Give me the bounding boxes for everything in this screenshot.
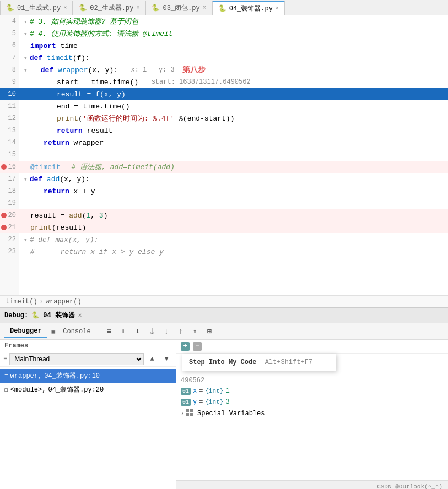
code-line-5: ▾ # 4. 使用装饰器的方式: 语法糖 @timeit [19, 28, 448, 40]
console-icon: ▣ [52, 328, 56, 335]
special-vars-label: Special Variables [197, 410, 265, 417]
btn-step-up[interactable]: ⬆ [117, 325, 129, 338]
close-tab-3[interactable]: × [203, 5, 206, 11]
tab-label-2: 02_生成器.py [90, 3, 133, 13]
debug-toolbar-icons: ≡ ⬆ ⬇ ⤓ ↓ ↑ ⇑ ⊞ [103, 325, 215, 338]
kw-import: import [30, 42, 56, 50]
line-num-21: 21 [0, 221, 19, 233]
btn-menu[interactable]: ≡ [103, 325, 115, 338]
line-num-19: 19 [0, 197, 19, 209]
vars-content: Step Into My Code Alt+Shift+F7 490562 01… [176, 354, 448, 480]
tab-console[interactable]: Console [57, 325, 96, 338]
line-num-10: 10 [0, 88, 19, 100]
close-debug-session[interactable]: × [78, 312, 82, 319]
frame-module[interactable]: ◻ <module>, 04_装饰器.py:20 [0, 383, 176, 396]
variables-panel: + − Step Into My Code Alt+Shift+F7 49056… [176, 340, 448, 489]
code-line-20: result = add ( 1 , 3 ) [19, 209, 448, 221]
btn-step-out[interactable]: ↑ [175, 325, 187, 338]
tab-label-1: 01_生成式.py [17, 3, 61, 13]
line-numbers: 4 5 6 7 8 9 10 11 12 13 14 15 16 17 18 1… [0, 15, 19, 295]
tab-console-label: Console [63, 328, 90, 335]
btn-step-cursor[interactable]: ⇑ [189, 325, 201, 338]
code-line-9: start = time.time() start: 1638713117.64… [19, 76, 448, 88]
fold-icon-4: ▾ [24, 18, 28, 25]
debug-session-icon: 🐍 [31, 311, 40, 319]
breadcrumb-item-2[interactable]: wrapper() [46, 298, 82, 306]
code-line-23: # return x if x > y else y [19, 246, 448, 258]
remove-watch-btn[interactable]: − [193, 342, 202, 351]
close-tab-4[interactable]: × [276, 6, 279, 12]
code-line-17: ▾ def add (x, y): [19, 173, 448, 185]
btn-step-into[interactable]: ⤓ [146, 325, 158, 338]
code-line-4: ▾ # 3. 如何实现装饰器? 基于闭包 [19, 15, 448, 28]
tab-debugger[interactable]: Debugger [4, 325, 47, 338]
var-header-left: + − [181, 342, 202, 351]
tab-bar: 🐍 01_生成式.py × 🐍 02_生成器.py × 🐍 03_闭包.py ×… [0, 0, 448, 15]
line-num-16: 16 [0, 161, 19, 173]
breakpoint-20 [1, 213, 7, 218]
var-y-type: {int} [205, 399, 223, 405]
thread-select[interactable]: MainThread [9, 353, 144, 365]
tab-01[interactable]: 🐍 01_生成式.py × [0, 1, 73, 15]
tooltip-title: Step Into My Code [189, 358, 256, 366]
python-icon-2: 🐍 [79, 4, 87, 12]
var-y-icon: 01 [181, 399, 191, 406]
code-line-18: return x + y [19, 185, 448, 197]
tab-03[interactable]: 🐍 03_闭包.py × [145, 1, 212, 15]
svg-rect-2 [186, 413, 189, 416]
code-line-12: print ( '函数运行的时间为: %.4f' %(end-start)) [19, 112, 448, 124]
frames-panel: Frames ≡ MainThread ▲ ▼ ≡ wrapper, 04_装饰… [0, 340, 176, 489]
thread-icon: ≡ [3, 355, 7, 363]
close-tab-1[interactable]: × [63, 5, 67, 11]
tooltip-popup: Step Into My Code Alt+Shift+F7 [182, 354, 336, 371]
special-var-grid-icon [186, 409, 193, 418]
debug-content: Frames ≡ MainThread ▲ ▼ ≡ wrapper, 04_装饰… [0, 340, 448, 489]
var-panel-header: + − [176, 340, 448, 354]
line-num-9: 9 [0, 76, 19, 88]
var-x-icon: 01 [181, 388, 191, 395]
breakpoint-16 [1, 164, 7, 170]
fold-icon-5: ▾ [24, 30, 28, 37]
debug-label: Debug: [4, 312, 28, 319]
code-line-16: @timeit # 语法糖, add=timeit(add) [19, 161, 448, 173]
frame-down-btn[interactable]: ▼ [160, 353, 172, 365]
frames-toolbar: ≡ MainThread ▲ ▼ [0, 352, 176, 367]
svg-rect-1 [190, 409, 193, 412]
python-icon-3: 🐍 [152, 4, 160, 12]
var-x: 01 x = {int} 1 [176, 385, 448, 396]
add-watch-btn[interactable]: + [181, 342, 190, 351]
code-line-19 [19, 197, 448, 209]
breadcrumb-item-1[interactable]: timeit() [6, 298, 37, 306]
btn-step-down[interactable]: ⬇ [132, 325, 144, 338]
line-num-18: 18 [0, 185, 19, 197]
frame-wrapper-file: 04_装饰器.py:10 [44, 371, 100, 381]
close-tab-2[interactable]: × [136, 5, 139, 11]
line-num-22: 22 [0, 233, 19, 246]
btn-table[interactable]: ⊞ [203, 325, 215, 338]
line-num-17: 17 [0, 173, 19, 185]
breadcrumb-sep: › [40, 298, 44, 306]
code-line-8: ▾ def wrapper (x, y): x: 1 y: 3 第八步 [19, 64, 448, 76]
frame-list: ≡ wrapper, 04_装饰器.py:10 ◻ <module>, 04_装… [0, 367, 176, 399]
console-icon-area: ▣ [52, 328, 56, 335]
tab-02[interactable]: 🐍 02_生成器.py × [73, 1, 145, 15]
line-num-6: 6 [0, 40, 19, 52]
hint-step: 第八步 [182, 65, 206, 75]
var-y-val: 3 [225, 398, 229, 406]
frame-module-icon: ◻ [4, 386, 8, 393]
frame-wrapper[interactable]: ≡ wrapper, 04_装饰器.py:10 [0, 369, 176, 383]
tab-04[interactable]: 🐍 04_装饰器.py × [212, 1, 285, 15]
breakpoint-21 [1, 225, 7, 230]
btn-step-over[interactable]: ↓ [160, 325, 172, 338]
fold-icon-22: ▾ [24, 236, 28, 243]
var-x-type: {int} [205, 388, 223, 394]
breadcrumb: timeit() › wrapper() [0, 295, 448, 307]
special-variables[interactable]: › Special Variables [176, 408, 448, 420]
tab-debugger-label: Debugger [10, 327, 42, 335]
code-line-22: ▾ # def max(x, y): [19, 233, 448, 246]
frame-up-btn[interactable]: ▲ [146, 353, 158, 365]
hint-start: start: 1638713117.6490562 [152, 78, 251, 86]
line-num-5: 5 [0, 28, 19, 40]
frame-module-name: <module>, [10, 386, 46, 394]
frame-module-file: 04_装饰器.py:20 [48, 385, 104, 394]
